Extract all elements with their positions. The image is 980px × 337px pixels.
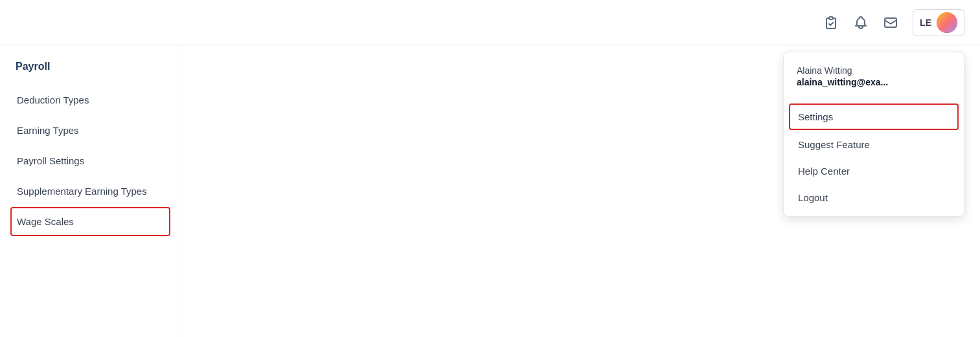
dropdown-item-settings[interactable]: Settings: [789, 103, 959, 130]
sidebar-item-deduction-types[interactable]: Deduction Types: [10, 85, 170, 114]
user-dropdown-menu: Alaina Witting alaina_witting@exa... Set…: [783, 52, 964, 217]
tasks-icon: [823, 15, 839, 30]
dropdown-user-info: Alaina Witting alaina_witting@exa...: [784, 63, 964, 98]
sidebar-item-supplementary-earning-types[interactable]: Supplementary Earning Types: [10, 177, 170, 206]
mail-icon-wrapper[interactable]: [883, 15, 898, 30]
dropdown-item-help-center[interactable]: Help Center: [784, 158, 964, 184]
sidebar-item-payroll-settings[interactable]: Payroll Settings: [10, 146, 170, 175]
dropdown-item-logout[interactable]: Logout: [784, 184, 964, 211]
user-initials: LE: [920, 17, 931, 28]
bell-icon: [853, 15, 869, 30]
notification-icon-wrapper[interactable]: [853, 15, 869, 30]
sidebar-item-wage-scales[interactable]: Wage Scales: [10, 207, 170, 236]
sidebar: Payroll Deduction Types Earning Types Pa…: [0, 45, 181, 337]
dropdown-user-email: alaina_witting@exa...: [797, 77, 951, 87]
header: LE: [0, 0, 980, 45]
avatar: [937, 12, 957, 33]
header-icons: LE: [823, 9, 964, 36]
dropdown-user-name: Alaina Witting: [797, 65, 951, 76]
mail-icon: [883, 15, 898, 30]
sidebar-section-title: Payroll: [10, 61, 170, 72]
sidebar-item-earning-types[interactable]: Earning Types: [10, 116, 170, 145]
avatar-image: [937, 12, 957, 33]
user-badge[interactable]: LE: [913, 9, 964, 36]
tasks-icon-wrapper[interactable]: [823, 15, 839, 30]
main-content: Payroll Deduction Types Earning Types Pa…: [0, 45, 980, 337]
dropdown-item-suggest-feature[interactable]: Suggest Feature: [784, 131, 964, 158]
